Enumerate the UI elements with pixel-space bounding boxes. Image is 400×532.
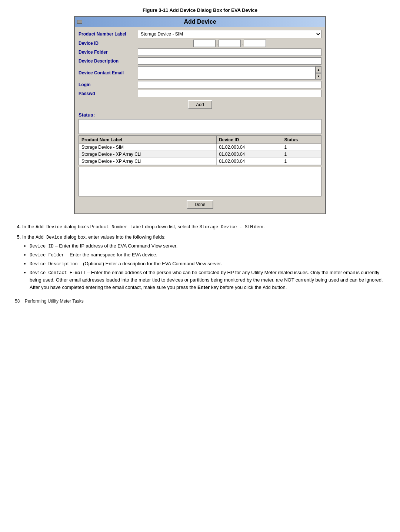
field-item-device-id: Device ID – Enter the IP address of the … — [30, 242, 385, 250]
device-description-label: Device Description — [79, 58, 138, 64]
dialog-body: Product Number Label Storage Device - SI… — [75, 27, 325, 213]
device-contact-email-label: Device Contact Email — [79, 70, 138, 75]
passwd-label: Passwd — [79, 91, 138, 96]
device-description-row: Device Description — [79, 57, 321, 65]
table-row: Storage Device - XP Array CLI01.02.003.0… — [79, 151, 321, 158]
table-row: Storage Device - XP Array CLI01.02.003.0… — [79, 158, 321, 165]
table-header-row: Product Num Label Device ID Status — [79, 136, 321, 144]
cell-product-num: Storage Device - XP Array CLI — [79, 151, 217, 158]
cell-device-id: 01.02.003.04 — [217, 151, 282, 158]
cell-device-id: 01.02.003.04 — [217, 144, 282, 151]
field-code-device-description: Device Description — [30, 262, 78, 267]
field-code-device-folder: Device Folder — [30, 253, 64, 258]
dialog-title: Add Device — [78, 18, 322, 25]
cell-status: 1 — [282, 151, 321, 158]
passwd-row: Passwd — [79, 90, 321, 97]
add-button-row: Add — [79, 100, 321, 109]
product-number-label: Product Number Label — [79, 31, 138, 37]
device-id-field-3[interactable] — [244, 40, 266, 47]
results-table-wrapper: Product Num Label Device ID Status Stora… — [79, 135, 321, 165]
device-id-sep-1: . — [216, 41, 218, 46]
instructions-section: In the Add Device dialog box's Product N… — [15, 223, 385, 291]
device-contact-email-wrapper: ▲ ▼ — [138, 66, 321, 80]
page-footer: 58 Performing Utility Meter Tasks — [15, 299, 385, 304]
device-description-input[interactable] — [138, 57, 321, 65]
col-header-product-num: Product Num Label — [79, 136, 217, 144]
device-contact-email-row: Device Contact Email ▲ ▼ — [79, 66, 321, 80]
status-section: Status: — [79, 112, 321, 134]
field-item-device-folder: Device Folder – Enter the namespace for … — [30, 251, 385, 259]
done-button-row: Done — [79, 198, 321, 211]
cell-device-id: 01.02.003.04 — [217, 158, 282, 165]
add-device-dialog: Add Device Product Number Label Storage … — [74, 16, 326, 214]
device-id-field-1[interactable] — [193, 40, 216, 47]
cell-product-num: Storage Device - XP Array CLI — [79, 158, 217, 165]
col-header-device-id: Device ID — [217, 136, 282, 144]
extra-space-area — [79, 167, 321, 196]
footer-text: Performing Utility Meter Tasks — [25, 299, 84, 304]
passwd-input[interactable] — [138, 90, 321, 97]
field-item-device-contact-email: Device Contact E-mail – Enter the email … — [30, 269, 385, 291]
add-button-ref: Add — [263, 285, 271, 290]
device-id-fields: . . — [138, 40, 321, 47]
figure-caption: Figure 3-11 Add Device Dialog Box for EV… — [15, 7, 385, 13]
step4-value: Storage Device - SIM — [200, 225, 253, 230]
scrollbar-down-btn[interactable]: ▼ — [316, 73, 321, 79]
page-number: 58 — [15, 299, 20, 304]
field-code-device-id: Device ID — [30, 244, 54, 249]
device-id-sep-2: . — [241, 41, 243, 46]
dialog-icon — [77, 20, 82, 24]
done-button[interactable]: Done — [187, 200, 214, 209]
dialog-titlebar: Add Device — [75, 17, 325, 27]
field-item-device-description: Device Description – (Optional) Enter a … — [30, 260, 385, 267]
step5-dialog-ref: Add Device — [36, 235, 62, 240]
field-list: Device ID – Enter the IP address of the … — [22, 242, 385, 291]
product-number-select[interactable]: Storage Device - SIM — [138, 30, 321, 38]
device-folder-label: Device Folder — [79, 50, 138, 55]
device-id-field-2[interactable] — [219, 40, 241, 47]
email-scrollbar: ▲ ▼ — [316, 66, 321, 80]
cell-status: 1 — [282, 144, 321, 151]
cell-product-num: Storage Device - SIM — [79, 144, 217, 151]
device-folder-row: Device Folder — [79, 48, 321, 56]
login-row: Login — [79, 81, 321, 88]
product-number-row: Product Number Label Storage Device - SI… — [79, 30, 321, 38]
instruction-step-4: In the Add Device dialog box's Product N… — [22, 223, 385, 230]
device-folder-input[interactable] — [138, 48, 321, 56]
step4-dialog-name: Add Device — [36, 225, 62, 230]
cell-status: 1 — [282, 158, 321, 165]
instruction-step-5: In the Add Device dialog box, enter valu… — [22, 233, 385, 291]
step4-field-name: Product Number Label — [90, 225, 144, 230]
product-number-dropdown-wrapper: Storage Device - SIM — [138, 30, 321, 38]
table-row: Storage Device - SIM01.02.003.041 — [79, 144, 321, 151]
device-id-row: Device ID . . — [79, 40, 321, 47]
status-area — [79, 119, 321, 134]
col-header-status: Status — [282, 136, 321, 144]
scrollbar-up-btn[interactable]: ▲ — [316, 67, 321, 73]
results-table: Product Num Label Device ID Status Stora… — [79, 136, 321, 165]
status-label: Status: — [79, 112, 321, 118]
login-input[interactable] — [138, 81, 321, 88]
login-label: Login — [79, 82, 138, 87]
enter-key-emphasis: Enter — [197, 284, 210, 290]
field-code-device-contact-email: Device Contact E-mail — [30, 270, 86, 276]
add-button[interactable]: Add — [188, 100, 212, 109]
device-contact-email-textarea[interactable] — [138, 66, 316, 80]
device-id-label: Device ID — [79, 41, 138, 46]
